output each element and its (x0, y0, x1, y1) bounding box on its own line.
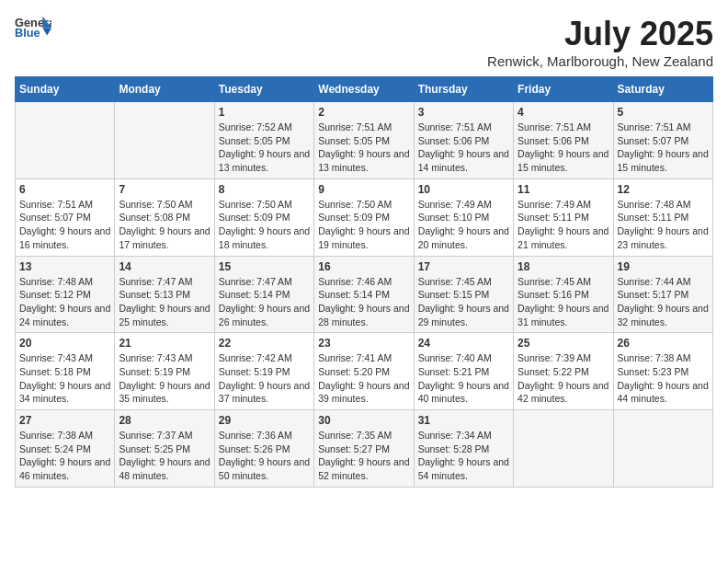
day-number: 6 (19, 183, 110, 196)
day-cell: 14Sunrise: 7:47 AM Sunset: 5:13 PM Dayli… (115, 256, 214, 333)
day-cell: 8Sunrise: 7:50 AM Sunset: 5:09 PM Daylig… (214, 178, 313, 256)
day-number: 12 (618, 183, 709, 196)
day-number: 20 (19, 337, 110, 350)
day-info: Sunrise: 7:51 AM Sunset: 5:06 PM Dayligh… (418, 121, 509, 175)
day-cell: 22Sunrise: 7:42 AM Sunset: 5:19 PM Dayli… (214, 333, 313, 410)
day-cell: 5Sunrise: 7:51 AM Sunset: 5:07 PM Daylig… (613, 102, 712, 179)
day-cell: 13Sunrise: 7:48 AM Sunset: 5:12 PM Dayli… (16, 256, 115, 333)
day-cell: 4Sunrise: 7:51 AM Sunset: 5:06 PM Daylig… (514, 102, 613, 179)
week-row-3: 13Sunrise: 7:48 AM Sunset: 5:12 PM Dayli… (16, 256, 713, 333)
day-cell: 19Sunrise: 7:44 AM Sunset: 5:17 PM Dayli… (613, 256, 712, 333)
day-cell: 26Sunrise: 7:38 AM Sunset: 5:23 PM Dayli… (613, 333, 712, 410)
day-info: Sunrise: 7:48 AM Sunset: 5:11 PM Dayligh… (618, 198, 709, 252)
day-cell: 31Sunrise: 7:34 AM Sunset: 5:28 PM Dayli… (414, 410, 513, 488)
day-info: Sunrise: 7:36 AM Sunset: 5:26 PM Dayligh… (219, 429, 310, 483)
day-info: Sunrise: 7:45 AM Sunset: 5:16 PM Dayligh… (518, 275, 609, 329)
day-info: Sunrise: 7:47 AM Sunset: 5:13 PM Dayligh… (119, 275, 210, 329)
day-info: Sunrise: 7:50 AM Sunset: 5:09 PM Dayligh… (318, 198, 409, 252)
day-number: 17 (418, 260, 509, 273)
day-cell: 2Sunrise: 7:51 AM Sunset: 5:05 PM Daylig… (314, 102, 414, 179)
day-cell: 11Sunrise: 7:49 AM Sunset: 5:11 PM Dayli… (514, 178, 613, 256)
logo-icon: General Blue (15, 15, 51, 40)
day-cell: 15Sunrise: 7:47 AM Sunset: 5:14 PM Dayli… (214, 256, 313, 333)
calendar-body: 1Sunrise: 7:52 AM Sunset: 5:05 PM Daylig… (16, 102, 713, 488)
day-cell: 20Sunrise: 7:43 AM Sunset: 5:18 PM Dayli… (16, 333, 115, 410)
header-cell-tuesday: Tuesday (214, 77, 313, 102)
calendar-header: SundayMondayTuesdayWednesdayThursdayFrid… (16, 77, 713, 102)
svg-text:Blue: Blue (15, 26, 40, 40)
header-cell-friday: Friday (514, 77, 613, 102)
day-info: Sunrise: 7:45 AM Sunset: 5:15 PM Dayligh… (418, 275, 509, 329)
day-number: 24 (418, 337, 509, 350)
day-info: Sunrise: 7:50 AM Sunset: 5:09 PM Dayligh… (219, 198, 310, 252)
day-number: 28 (119, 414, 210, 427)
day-cell: 29Sunrise: 7:36 AM Sunset: 5:26 PM Dayli… (214, 410, 313, 488)
day-info: Sunrise: 7:49 AM Sunset: 5:10 PM Dayligh… (418, 198, 509, 252)
day-number: 7 (119, 183, 210, 196)
day-info: Sunrise: 7:52 AM Sunset: 5:05 PM Dayligh… (219, 121, 310, 175)
day-cell: 16Sunrise: 7:46 AM Sunset: 5:14 PM Dayli… (314, 256, 414, 333)
day-number: 11 (518, 183, 609, 196)
day-info: Sunrise: 7:40 AM Sunset: 5:21 PM Dayligh… (418, 351, 509, 406)
day-cell: 28Sunrise: 7:37 AM Sunset: 5:25 PM Dayli… (115, 410, 214, 488)
day-info: Sunrise: 7:42 AM Sunset: 5:19 PM Dayligh… (219, 351, 310, 406)
day-cell: 1Sunrise: 7:52 AM Sunset: 5:05 PM Daylig… (214, 102, 313, 179)
svg-marker-3 (42, 28, 51, 35)
day-number: 10 (418, 183, 509, 196)
day-info: Sunrise: 7:43 AM Sunset: 5:18 PM Dayligh… (19, 351, 110, 406)
day-info: Sunrise: 7:47 AM Sunset: 5:14 PM Dayligh… (219, 275, 310, 329)
week-row-4: 20Sunrise: 7:43 AM Sunset: 5:18 PM Dayli… (16, 333, 713, 410)
day-info: Sunrise: 7:48 AM Sunset: 5:12 PM Dayligh… (19, 275, 110, 329)
day-cell: 24Sunrise: 7:40 AM Sunset: 5:21 PM Dayli… (414, 333, 513, 410)
title-block: July 2025 Renwick, Marlborough, New Zeal… (487, 15, 713, 69)
day-info: Sunrise: 7:49 AM Sunset: 5:11 PM Dayligh… (518, 198, 609, 252)
day-cell: 17Sunrise: 7:45 AM Sunset: 5:15 PM Dayli… (414, 256, 513, 333)
day-info: Sunrise: 7:51 AM Sunset: 5:07 PM Dayligh… (19, 198, 110, 252)
day-number: 31 (418, 414, 509, 427)
day-cell: 30Sunrise: 7:35 AM Sunset: 5:27 PM Dayli… (314, 410, 414, 488)
day-number: 23 (318, 337, 409, 350)
day-info: Sunrise: 7:44 AM Sunset: 5:17 PM Dayligh… (618, 275, 709, 329)
logo: General Blue (15, 15, 51, 40)
day-number: 21 (119, 337, 210, 350)
header-cell-sunday: Sunday (16, 77, 115, 102)
header-cell-thursday: Thursday (414, 77, 513, 102)
day-number: 22 (219, 337, 310, 350)
day-info: Sunrise: 7:38 AM Sunset: 5:24 PM Dayligh… (19, 429, 110, 483)
day-number: 1 (219, 106, 310, 119)
day-info: Sunrise: 7:37 AM Sunset: 5:25 PM Dayligh… (119, 429, 210, 483)
day-cell: 25Sunrise: 7:39 AM Sunset: 5:22 PM Dayli… (514, 333, 613, 410)
day-number: 4 (518, 106, 609, 119)
day-cell: 12Sunrise: 7:48 AM Sunset: 5:11 PM Dayli… (613, 178, 712, 256)
day-cell: 10Sunrise: 7:49 AM Sunset: 5:10 PM Dayli… (414, 178, 513, 256)
day-cell: 3Sunrise: 7:51 AM Sunset: 5:06 PM Daylig… (414, 102, 513, 179)
week-row-5: 27Sunrise: 7:38 AM Sunset: 5:24 PM Dayli… (16, 410, 713, 488)
day-cell (115, 102, 214, 179)
day-cell: 21Sunrise: 7:43 AM Sunset: 5:19 PM Dayli… (115, 333, 214, 410)
header-cell-monday: Monday (115, 77, 214, 102)
day-cell (514, 410, 613, 488)
day-info: Sunrise: 7:50 AM Sunset: 5:08 PM Dayligh… (119, 198, 210, 252)
day-cell (613, 410, 712, 488)
day-number: 27 (19, 414, 110, 427)
month-title: July 2025 (487, 15, 713, 53)
day-cell: 18Sunrise: 7:45 AM Sunset: 5:16 PM Dayli… (514, 256, 613, 333)
day-number: 16 (318, 260, 409, 273)
day-info: Sunrise: 7:35 AM Sunset: 5:27 PM Dayligh… (318, 429, 409, 483)
day-cell: 27Sunrise: 7:38 AM Sunset: 5:24 PM Dayli… (16, 410, 115, 488)
header-cell-saturday: Saturday (613, 77, 712, 102)
day-number: 26 (618, 337, 709, 350)
day-number: 13 (19, 260, 110, 273)
day-number: 3 (418, 106, 509, 119)
week-row-2: 6Sunrise: 7:51 AM Sunset: 5:07 PM Daylig… (16, 178, 713, 256)
day-info: Sunrise: 7:43 AM Sunset: 5:19 PM Dayligh… (119, 351, 210, 406)
day-info: Sunrise: 7:38 AM Sunset: 5:23 PM Dayligh… (618, 351, 709, 406)
day-info: Sunrise: 7:34 AM Sunset: 5:28 PM Dayligh… (418, 429, 509, 483)
day-info: Sunrise: 7:39 AM Sunset: 5:22 PM Dayligh… (518, 351, 609, 406)
day-number: 15 (219, 260, 310, 273)
day-cell: 6Sunrise: 7:51 AM Sunset: 5:07 PM Daylig… (16, 178, 115, 256)
header-cell-wednesday: Wednesday (314, 77, 414, 102)
day-number: 18 (518, 260, 609, 273)
day-info: Sunrise: 7:51 AM Sunset: 5:06 PM Dayligh… (518, 121, 609, 175)
page-header: General Blue July 2025 Renwick, Marlboro… (15, 15, 713, 69)
